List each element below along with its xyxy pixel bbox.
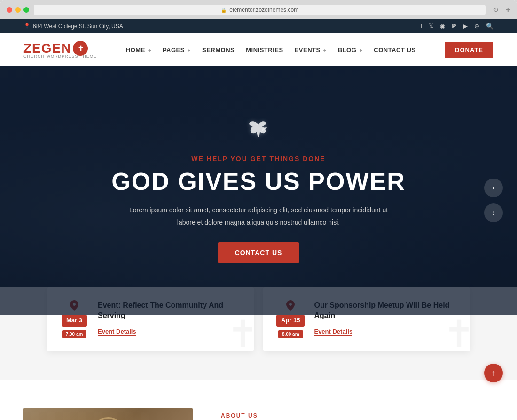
church-arch-decoration bbox=[89, 417, 127, 420]
browser-dots bbox=[7, 7, 29, 13]
facebook-icon[interactable]: f bbox=[420, 23, 422, 30]
website-content: 📍 684 West College St. Sun City, USA f 𝕏… bbox=[0, 19, 517, 420]
instagram-icon[interactable]: ◉ bbox=[440, 23, 445, 30]
nav-item-pages[interactable]: PAGES + bbox=[163, 46, 191, 54]
scroll-to-top-button[interactable]: ↑ bbox=[484, 364, 503, 382]
event-date-2: Apr 15 bbox=[276, 315, 305, 327]
nav-item-sermons[interactable]: SERMONS bbox=[202, 46, 235, 54]
about-label: ABOUT US bbox=[221, 412, 494, 419]
url-bar[interactable]: 🔒 elementor.zozothemes.com bbox=[34, 5, 486, 15]
donate-button[interactable]: DONATE bbox=[445, 42, 494, 58]
pinterest-icon[interactable]: 𝗣 bbox=[452, 23, 456, 30]
about-section: ABOUT US We are Taking Small Steps to Ma… bbox=[0, 380, 517, 420]
top-bar: 📍 684 West College St. Sun City, USA f 𝕏… bbox=[0, 19, 517, 33]
about-content: ABOUT US We are Taking Small Steps to Ma… bbox=[221, 408, 494, 420]
hero-description: Lorem ipsum dolor sit amet, consectetur … bbox=[122, 204, 395, 228]
hero-content: WE HELP YOU GET THINGS DONE GOD GIVES US… bbox=[102, 109, 415, 272]
nav-menu: HOME + PAGES + SERMONS MINISTRIES EVENTS… bbox=[126, 46, 416, 54]
address-bar: 📍 684 West College St. Sun City, USA bbox=[24, 23, 123, 30]
about-image bbox=[24, 408, 193, 420]
nav-item-blog[interactable]: BLOG + bbox=[338, 46, 363, 54]
carousel-next-button[interactable]: › bbox=[484, 179, 503, 197]
carousel-prev-button[interactable]: ‹ bbox=[484, 203, 503, 222]
nav-link-contact[interactable]: CONTACT US bbox=[374, 47, 415, 54]
lock-icon: 🔒 bbox=[221, 8, 227, 13]
event-details-link-1[interactable]: Event Details bbox=[98, 328, 136, 336]
browser-window: 🔒 elementor.zozothemes.com ↻ + 📍 684 Wes… bbox=[0, 0, 517, 420]
browser-chrome: 🔒 elementor.zozothemes.com ↻ + bbox=[0, 0, 517, 19]
event-time-2: 8.00 am bbox=[278, 330, 303, 338]
hero-title: GOD GIVES US POWER bbox=[111, 168, 405, 195]
dove-icon bbox=[111, 118, 405, 148]
nav-link-pages[interactable]: PAGES + bbox=[163, 47, 191, 54]
close-dot[interactable] bbox=[7, 7, 12, 13]
nav-item-events[interactable]: EVENTS + bbox=[295, 46, 327, 54]
church-image bbox=[24, 408, 193, 420]
nav-link-blog[interactable]: BLOG + bbox=[338, 47, 363, 54]
location-icon: 📍 bbox=[24, 23, 31, 30]
event-date-1: Mar 3 bbox=[62, 315, 87, 327]
social-icons: f 𝕏 ◉ 𝗣 ▶ ⊕ 🔍 bbox=[420, 23, 494, 30]
address-text: 684 West College St. Sun City, USA bbox=[33, 23, 123, 30]
event-watermark-1: ✝ bbox=[227, 312, 254, 351]
svg-point-0 bbox=[256, 124, 258, 125]
dribbble-icon[interactable]: ⊕ bbox=[474, 23, 479, 30]
maximize-dot[interactable] bbox=[24, 7, 29, 13]
nav-link-ministries[interactable]: MINISTRIES bbox=[246, 47, 283, 54]
nav-item-home[interactable]: HOME + bbox=[126, 46, 151, 54]
nav-link-sermons[interactable]: SERMONS bbox=[202, 47, 235, 54]
nav-item-ministries[interactable]: MINISTRIES bbox=[246, 46, 283, 54]
nav-link-home[interactable]: HOME + bbox=[126, 47, 151, 54]
url-text: elementor.zozothemes.com bbox=[229, 7, 298, 13]
logo-subtitle: Church WordPress Theme bbox=[24, 54, 97, 59]
new-tab-button[interactable]: + bbox=[505, 5, 510, 15]
nav-item-contact[interactable]: CONTACT US bbox=[374, 46, 415, 54]
event-details-link-2[interactable]: Event Details bbox=[314, 328, 352, 336]
nav-link-events[interactable]: EVENTS + bbox=[295, 47, 327, 54]
minimize-dot[interactable] bbox=[15, 7, 21, 13]
hero-section: › ‹ WE HELP YOU GET THINGS DONE GOD GIVE… bbox=[0, 66, 517, 315]
youtube-icon[interactable]: ▶ bbox=[463, 23, 468, 30]
hero-subtitle: WE HELP YOU GET THINGS DONE bbox=[111, 155, 405, 163]
logo[interactable]: ZEGEN ✝ Church WordPress Theme bbox=[24, 41, 97, 59]
event-time-1: 7.00 am bbox=[62, 330, 87, 338]
reload-button[interactable]: ↻ bbox=[493, 6, 499, 14]
event-watermark-2: ✝ bbox=[443, 312, 470, 351]
twitter-icon[interactable]: 𝕏 bbox=[429, 23, 433, 30]
search-icon[interactable]: 🔍 bbox=[486, 23, 494, 30]
hero-cta-button[interactable]: Contact Us bbox=[218, 242, 299, 263]
navbar: ZEGEN ✝ Church WordPress Theme HOME + PA… bbox=[0, 33, 517, 66]
